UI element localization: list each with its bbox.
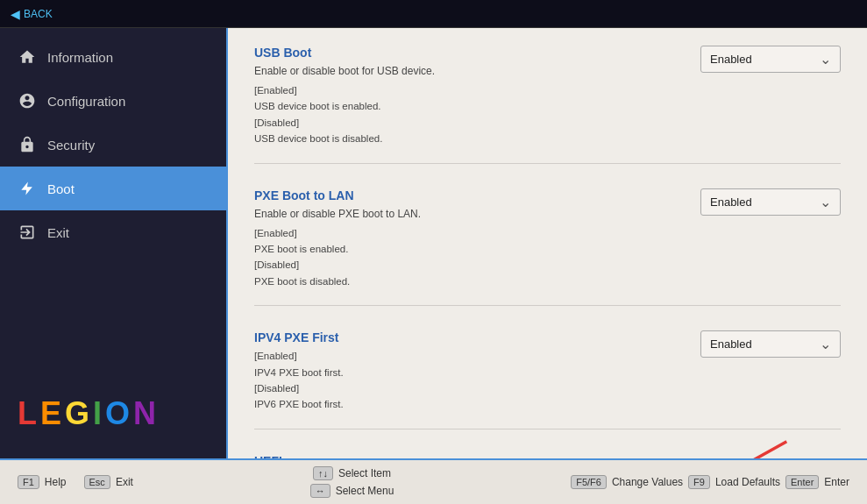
ipv4-pxe-dropdown-container: Enabled ⌄ [700,330,841,358]
sidebar-item-security[interactable]: Security [0,123,226,167]
exit-icon [18,223,37,242]
esc-key: Esc [84,475,110,489]
f1-key: F1 [18,475,39,489]
sidebar-item-configuration-label: Configuration [47,94,125,109]
pxe-boot-dropdown-arrow-icon: ⌄ [820,194,831,210]
sidebar-item-exit-label: Exit [47,225,69,240]
esc-label: Exit [116,476,133,488]
pxe-boot-dropdown[interactable]: Enabled ⌄ [700,188,841,216]
ipv4-pxe-block: IPV4 PXE First [Enabled] IPV4 PXE boot f… [254,330,841,429]
ipv4-pxe-title: IPV4 PXE First [254,330,344,344]
sidebar-item-configuration[interactable]: Configuration [0,79,226,123]
usb-boot-desc-text: Enable or disable boot for USB device. [254,63,435,79]
settings-icon [18,91,37,110]
pxe-boot-block: PXE Boot to LAN Enable or disable PXE bo… [254,188,841,307]
right-panel: USB Boot Enable or disable boot for USB … [228,28,867,458]
select-menu-nav: ↔ Select Menu [310,484,394,498]
load-defaults-label: Load Defaults [715,476,780,488]
main-content: Information Configuration Security [0,28,867,458]
uefi-title: UEFI [254,454,841,458]
boot-icon [18,179,37,198]
f5f6-item: F5/F6 Change Values [571,475,683,489]
logo-area: LEGION [0,254,226,458]
esc-exit-item: Esc Exit [84,475,133,489]
bottom-left-shortcuts: F1 Help Esc Exit [18,475,133,489]
usb-boot-text: USB Boot Enable or disable boot for USB … [254,46,435,147]
sidebar-item-exit[interactable]: Exit [0,210,226,254]
leftright-key: ↔ [310,484,330,498]
back-label: BACK [24,8,53,20]
top-bar: ◀ BACK [0,0,867,28]
ipv4-pxe-text: IPV4 PXE First [Enabled] IPV4 PXE boot f… [254,330,344,413]
sidebar-item-information[interactable]: Information [0,35,226,79]
enter-item: Enter Enter [785,475,849,489]
f9-item: F9 Load Defaults [688,475,780,489]
usb-boot-dropdown-container: Enabled ⌄ [700,46,841,73]
bottom-center-nav: ↑↓ Select Item ↔ Select Menu [310,466,394,498]
select-item-label: Select Item [338,467,391,479]
updown-key: ↑↓ [313,466,333,480]
usb-boot-notes: [Enabled] USB device boot is enabled. [D… [254,82,435,147]
ipv4-pxe-value: Enabled [710,337,752,351]
back-button[interactable]: ◀ BACK [11,7,53,21]
pxe-boot-notes: [Enabled] PXE boot is enabled. [Disabled… [254,225,421,290]
sidebar-item-information-label: Information [47,50,113,65]
usb-boot-block: USB Boot Enable or disable boot for USB … [254,46,841,164]
sidebar-item-boot[interactable]: Boot [0,167,226,210]
pxe-boot-header: PXE Boot to LAN Enable or disable PXE bo… [254,188,841,290]
ipv4-pxe-dropdown-arrow-icon: ⌄ [820,336,831,352]
usb-boot-desc: Enable or disable boot for USB device. [254,63,435,79]
pxe-boot-desc: Enable or disable PXE boot to LAN. [254,206,421,222]
enter-label: Enter [824,476,849,488]
pxe-boot-text: PXE Boot to LAN Enable or disable PXE bo… [254,188,421,290]
change-values-label: Change Values [612,476,683,488]
f5f6-key: F5/F6 [571,475,607,489]
f1-help-item: F1 Help [18,475,67,489]
lock-icon [18,135,37,154]
back-arrow-icon: ◀ [11,7,20,21]
ipv4-pxe-dropdown[interactable]: Enabled ⌄ [700,330,841,358]
sidebar-item-security-label: Security [47,138,95,153]
usb-boot-title: USB Boot [254,46,435,60]
pxe-boot-value: Enabled [710,195,752,209]
sidebar: Information Configuration Security [0,28,228,458]
home-icon [18,47,37,67]
ipv4-pxe-notes: [Enabled] IPV4 PXE boot first. [Disabled… [254,348,344,413]
pxe-boot-desc-text: Enable or disable PXE boot to LAN. [254,206,421,222]
ipv4-pxe-header: IPV4 PXE First [Enabled] IPV4 PXE boot f… [254,330,841,413]
pxe-boot-title: PXE Boot to LAN [254,188,421,202]
usb-boot-value: Enabled [710,53,752,66]
usb-boot-header: USB Boot Enable or disable boot for USB … [254,46,841,147]
usb-boot-dropdown-arrow-icon: ⌄ [820,51,831,67]
f1-label: Help [45,476,67,488]
uefi-section: UEFI <↑> / <↓>: Select a device. F5: Mov… [254,454,841,458]
f9-key: F9 [688,475,710,489]
usb-boot-dropdown[interactable]: Enabled ⌄ [700,46,841,73]
pxe-boot-dropdown-container: Enabled ⌄ [700,188,841,216]
select-item-nav: ↑↓ Select Item [310,466,394,480]
enter-key: Enter [785,475,819,489]
sidebar-item-boot-label: Boot [47,181,75,196]
bottom-right-actions: F5/F6 Change Values F9 Load Defaults Ent… [571,475,849,489]
bottom-bar: F1 Help Esc Exit ↑↓ Select Item ↔ Select… [0,458,867,504]
select-menu-label: Select Menu [336,485,394,497]
legion-logo: LEGION [18,395,160,432]
